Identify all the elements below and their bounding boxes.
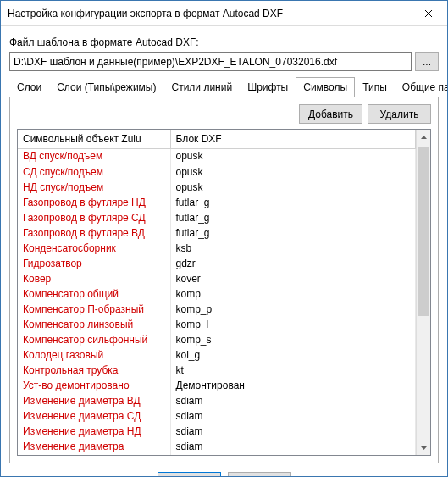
tab-layers[interactable]: Слои [9,77,49,97]
cell-symbol: Уст-во демонтировано [18,378,170,393]
cell-block: ksb [170,241,416,256]
table-row[interactable]: Изменение диаметраsdiam [18,439,416,454]
delete-button[interactable]: Удалить [368,104,431,124]
add-button[interactable]: Добавить [299,104,362,124]
table-button-row: Добавить Удалить [17,104,431,124]
scroll-thumb[interactable] [418,147,429,316]
table-row[interactable]: Колодец газовыйkol_g [18,347,416,363]
cell-block: Демонтирован [170,378,416,393]
title-bar: Настройка конфигурации экспорта в формат… [1,1,447,26]
cell-symbol: Колодец газовый [18,347,170,363]
table-row[interactable]: Изменение диаметра ВДsdiam [18,393,416,408]
tab-strip: Слои Слои (Типы\режимы) Стили линий Шриф… [9,76,439,97]
table-row[interactable]: Коверkover [18,271,416,286]
ok-button[interactable]: OK [158,472,221,477]
cell-block: sdiam [170,439,416,454]
table-row[interactable]: Газопровод в футляре НДfutlar_g [18,195,416,210]
cell-block: futlar_g [170,225,416,241]
cell-block: komp_p [170,302,416,317]
table-row[interactable]: Контрольная трубкаkt [18,363,416,378]
cell-block: komp [170,286,416,302]
footer-buttons: OK Отмена [9,463,439,477]
cell-symbol: Компенсатор П-образный [18,302,170,317]
cell-symbol: Изменение диаметра НД [18,424,170,439]
cell-block: kol_g [170,347,416,363]
cell-block: kt [170,363,416,378]
cell-symbol: Изменение диаметра ВД [18,393,170,408]
cell-block: opusk [170,149,416,164]
cell-symbol: Компенсатор сильфонный [18,332,170,347]
close-icon [424,7,433,20]
cell-block: opusk [170,164,416,180]
cell-symbol: Изменение диаметра СД [18,408,170,424]
table-row[interactable]: СД спуск/подъемopusk [18,164,416,180]
cell-block: komp_s [170,332,416,347]
cell-symbol: Конденсатосборник [18,241,170,256]
window-title: Настройка конфигурации экспорта в формат… [8,8,409,19]
table-row[interactable]: ВД спуск/подъемopusk [18,149,416,164]
table-row[interactable]: НД спуск/подъемopusk [18,180,416,195]
cell-block: sdiam [170,424,416,439]
browse-button[interactable]: ... [415,52,439,71]
vertical-scrollbar[interactable] [416,130,430,455]
table-row[interactable]: Сбросной СВЕЧАsv [18,454,416,456]
cell-symbol: Компенсатор общий [18,286,170,302]
tab-fonts[interactable]: Шрифты [240,77,296,97]
table-row[interactable]: Компенсатор общийkomp [18,286,416,302]
template-path-input[interactable] [9,52,412,71]
table-wrapper: Символьный объект Zulu Блок DXF ВД спуск… [17,129,431,456]
table-row[interactable]: Газопровод в футляре ВДfutlar_g [18,225,416,241]
table-row[interactable]: Изменение диаметра СДsdiam [18,408,416,424]
table-row[interactable]: Уст-во демонтированоДемонтирован [18,378,416,393]
table-row[interactable]: Газопровод в футляре СДfutlar_g [18,210,416,225]
table-content[interactable]: Символьный объект Zulu Блок DXF ВД спуск… [18,130,416,455]
table-row[interactable]: Компенсатор линзовыйkomp_l [18,317,416,332]
cell-block: komp_l [170,317,416,332]
table-row[interactable]: Компенсатор П-образныйkomp_p [18,302,416,317]
tab-general[interactable]: Общие параметры [395,77,448,97]
cell-symbol: Газопровод в футляре ВД [18,225,170,241]
tab-symbols[interactable]: Символы [296,77,355,97]
template-label: Файл шаблона в формате Autocad DXF: [9,36,439,48]
cell-block: sdiam [170,408,416,424]
cell-symbol: Компенсатор линзовый [18,317,170,332]
table-row[interactable]: Компенсатор сильфонныйkomp_s [18,332,416,347]
cancel-button[interactable]: Отмена [228,472,291,477]
cell-block: kover [170,271,416,286]
col-header-symbol[interactable]: Символьный объект Zulu [18,130,170,149]
tab-line-styles[interactable]: Стили линий [163,77,240,97]
scroll-up-arrow[interactable] [417,130,431,144]
symbols-table: Символьный объект Zulu Блок DXF ВД спуск… [18,130,416,455]
cell-symbol: Гидрозатвор [18,256,170,271]
cell-block: sv [170,454,416,456]
cell-symbol: Контрольная трубка [18,363,170,378]
tab-types[interactable]: Типы [355,77,395,97]
tab-layers-types[interactable]: Слои (Типы\режимы) [49,77,163,97]
cell-symbol: СД спуск/подъем [18,164,170,180]
cell-symbol: НД спуск/подъем [18,180,170,195]
table-row[interactable]: Конденсатосборникksb [18,241,416,256]
tab-body: Добавить Удалить Символьный объект Zulu … [9,97,439,463]
template-path-row: ... [9,52,439,71]
close-button[interactable] [409,1,447,26]
cell-symbol: Ковер [18,271,170,286]
table-row[interactable]: Гидрозатворgdzr [18,256,416,271]
scroll-down-arrow[interactable] [417,441,431,455]
cell-symbol: Газопровод в футляре СД [18,210,170,225]
content-area: Файл шаблона в формате Autocad DXF: ... … [1,26,447,477]
cell-block: futlar_g [170,195,416,210]
cell-block: gdzr [170,256,416,271]
cell-block: sdiam [170,393,416,408]
cell-symbol: Сбросной СВЕЧА [18,454,170,456]
cell-symbol: Изменение диаметра [18,439,170,454]
cell-block: futlar_g [170,210,416,225]
cell-symbol: Газопровод в футляре НД [18,195,170,210]
cell-symbol: ВД спуск/подъем [18,149,170,164]
col-header-block[interactable]: Блок DXF [170,130,416,149]
table-row[interactable]: Изменение диаметра НДsdiam [18,424,416,439]
cell-block: opusk [170,180,416,195]
